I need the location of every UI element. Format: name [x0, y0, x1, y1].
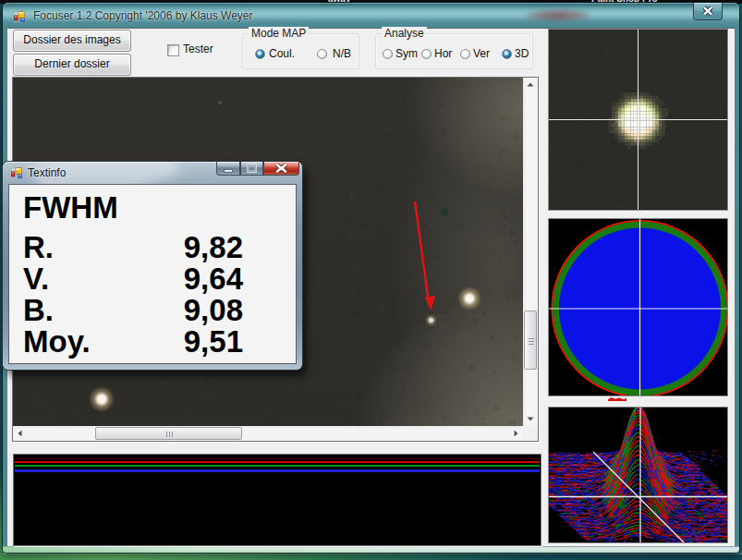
row-value: 9,51: [184, 324, 243, 359]
titlebar[interactable]: Focuser 1.2 Copyright '2006 by Klaus Wey…: [3, 3, 739, 28]
textinfo-window[interactable]: Textinfo FWHM R. 9,82 V. 9: [3, 162, 302, 370]
window-title: Focuser 1.2 Copyright '2006 by Klaus Wey…: [33, 9, 253, 22]
dossier-des-images-button[interactable]: Dossier des images: [13, 30, 131, 52]
profile-line-green: [15, 465, 540, 467]
horizontal-scrollbar[interactable]: [13, 426, 523, 441]
radio-nb-label: N/B: [333, 47, 351, 60]
scroll-down-icon[interactable]: [523, 411, 538, 426]
textinfo-close-button[interactable]: [263, 162, 299, 176]
radio-coul-label: Coul.: [269, 47, 295, 60]
row-label: B.: [23, 293, 54, 328]
caption-buttons: [216, 162, 299, 176]
tester-checkbox[interactable]: [167, 44, 179, 56]
analyse-title: Analyse: [382, 27, 427, 40]
window-bottom-border: [3, 546, 739, 553]
scroll-right-icon[interactable]: [508, 426, 523, 441]
fwhm-row-r: R. 9,82: [23, 230, 243, 262]
fwhm-row-v: V. 9,64: [23, 262, 243, 293]
scroll-up-icon[interactable]: [523, 78, 538, 92]
minimize-icon: [217, 162, 239, 175]
red-arrow-icon: [415, 201, 435, 310]
scroll-left-icon[interactable]: [13, 426, 28, 441]
app-icon: [13, 10, 26, 23]
plot-overflow-mark: [608, 397, 626, 401]
profile-line-red: [15, 461, 540, 463]
dernier-dossier-button[interactable]: Dernier dossier: [13, 54, 131, 76]
row-value: 9,82: [184, 230, 243, 265]
roundness-circle-image: [549, 219, 727, 396]
tester-label: Tester: [183, 43, 213, 55]
hscroll-thumb[interactable]: [95, 427, 242, 440]
close-x-icon: [694, 3, 722, 19]
radio-coul[interactable]: [255, 49, 265, 59]
radio-ver[interactable]: [460, 49, 470, 59]
fwhm-heading: FWHM: [23, 190, 118, 225]
radio-sym-label: Sym: [395, 47, 418, 60]
row-label: Moy.: [23, 324, 91, 359]
glass-reflection: [526, 9, 590, 21]
roundness-panel[interactable]: [548, 218, 728, 396]
profile-line-blue: [15, 469, 540, 472]
profile-panel: [13, 454, 541, 546]
profile-line-darkred: [15, 458, 540, 459]
star-zoom-image: [549, 30, 727, 210]
maximize-button[interactable]: [240, 162, 263, 176]
close-icon: [264, 162, 298, 175]
radio-ver-label: Ver: [473, 47, 490, 60]
radio-hor[interactable]: [421, 49, 432, 59]
fwhm-row-moy: Moy. 9,51: [23, 324, 243, 356]
surface3d-image: [549, 408, 727, 542]
desktop: away Paint Shop Pro Focuser 1.2 Copyrigh…: [0, 0, 742, 560]
radio-3d[interactable]: [502, 49, 512, 59]
analyse-groupbox: Analyse Sym Hor Ver 3D: [375, 33, 533, 69]
surface3d-panel[interactable]: [548, 407, 728, 543]
radio-sym[interactable]: [383, 49, 393, 59]
radio-nb[interactable]: [317, 49, 327, 59]
minimize-button[interactable]: [216, 162, 240, 176]
textinfo-title: Textinfo: [28, 166, 66, 179]
star-zoom-panel[interactable]: [548, 29, 728, 211]
scrollbar-corner: [523, 426, 538, 441]
fwhm-row-b: B. 9,08: [23, 293, 243, 324]
vscroll-thumb[interactable]: [524, 310, 537, 370]
row-value: 9,64: [184, 262, 243, 297]
row-value: 9,08: [184, 293, 243, 328]
mode-map-title: Mode MAP: [249, 27, 309, 40]
radio-3d-label: 3D: [515, 47, 529, 60]
row-label: V.: [23, 262, 49, 297]
maximize-icon: [241, 162, 262, 175]
radio-hor-label: Hor: [434, 47, 452, 60]
row-label: R.: [23, 230, 54, 265]
textinfo-content: FWHM R. 9,82 V. 9,64 B. 9,08 Moy. 9,51: [9, 185, 296, 363]
mode-map-groupbox: Mode MAP Coul. N/B: [242, 33, 359, 69]
desktop-taskbar-strip: [0, 553, 742, 560]
textinfo-icon: [10, 166, 23, 179]
close-button[interactable]: [693, 3, 723, 20]
vertical-scrollbar[interactable]: [523, 78, 538, 426]
